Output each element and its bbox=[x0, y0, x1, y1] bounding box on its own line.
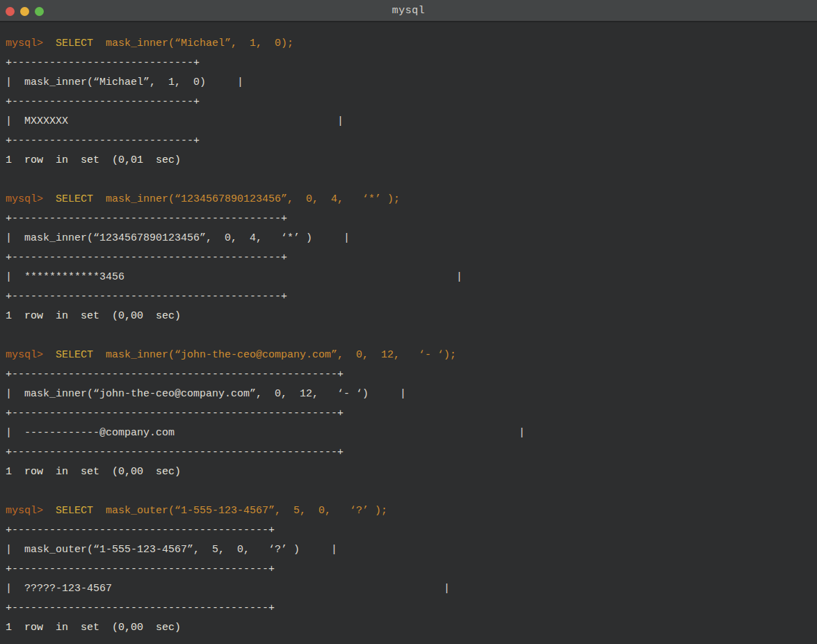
table-header-row: | mask_inner(“1234567890123456”, 0, 4, ‘… bbox=[6, 229, 813, 248]
table-result-row: | ?????-123-4567 | bbox=[6, 579, 813, 599]
table-header-row: | mask_outer(“1-555-123-4567”, 5, 0, ‘?’… bbox=[6, 540, 813, 560]
table-bottom-border: +---------------------------------------… bbox=[6, 443, 813, 462]
result-status-line: 1 row in set (0,00 sec) bbox=[6, 462, 813, 482]
query-block: mysql> SELECT mask_outer(“1-555-123-4567… bbox=[6, 501, 813, 638]
table-header-row: | mask_inner(“john-the-ceo@company.com”,… bbox=[6, 385, 813, 404]
table-top-border: +---------------------------------------… bbox=[6, 521, 813, 540]
mysql-prompt: mysql> bbox=[6, 193, 43, 205]
query-block: mysql> SELECT mask_inner(“12345678901234… bbox=[6, 190, 813, 326]
close-button[interactable] bbox=[6, 7, 15, 16]
table-separator-border: +-----------------------------+ bbox=[6, 92, 813, 112]
sql-query-text: mask_outer(“1-555-123-4567”, 5, 0, ‘?’ )… bbox=[93, 505, 387, 517]
sql-query-text: mask_inner(“Michael”, 1, 0); bbox=[93, 38, 293, 49]
terminal-window: mysql mysql> SELECT mask_inner(“Michael”… bbox=[0, 0, 817, 644]
table-header-row: | mask_inner(“Michael”, 1, 0) | bbox=[6, 73, 813, 92]
zoom-button[interactable] bbox=[35, 7, 44, 16]
sql-query-text: mask_inner(“1234567890123456”, 0, 4, ‘*’… bbox=[93, 193, 400, 205]
table-bottom-border: +-----------------------------+ bbox=[6, 131, 813, 151]
minimize-button[interactable] bbox=[20, 7, 29, 16]
query-line: mysql> SELECT mask_outer(“1-555-123-4567… bbox=[6, 501, 813, 521]
sql-query-text: mask_inner(“john-the-ceo@company.com”, 0… bbox=[93, 349, 456, 361]
window-title: mysql bbox=[392, 5, 426, 17]
sql-keyword: SELECT bbox=[43, 193, 93, 205]
result-status-line: 1 row in set (0,01 sec) bbox=[6, 151, 813, 170]
traffic-lights bbox=[6, 0, 44, 22]
mysql-prompt: mysql> bbox=[6, 505, 43, 517]
mysql-prompt: mysql> bbox=[6, 349, 43, 361]
sql-keyword: SELECT bbox=[43, 38, 93, 49]
table-top-border: +---------------------------------------… bbox=[6, 365, 813, 385]
query-line: mysql> SELECT mask_inner(“Michael”, 1, 0… bbox=[6, 34, 813, 54]
query-block: mysql> SELECT mask_inner(“Michael”, 1, 0… bbox=[6, 34, 813, 170]
sql-keyword: SELECT bbox=[43, 349, 93, 361]
query-line: mysql> SELECT mask_inner(“john-the-ceo@c… bbox=[6, 346, 813, 365]
table-separator-border: +---------------------------------------… bbox=[6, 560, 813, 579]
table-bottom-border: +---------------------------------------… bbox=[6, 599, 813, 618]
result-status-line: 1 row in set (0,00 sec) bbox=[6, 618, 813, 638]
query-line: mysql> SELECT mask_inner(“12345678901234… bbox=[6, 190, 813, 209]
table-bottom-border: +---------------------------------------… bbox=[6, 287, 813, 307]
terminal-output: mysql> SELECT mask_inner(“Michael”, 1, 0… bbox=[0, 22, 817, 644]
result-status-line: 1 row in set (0,00 sec) bbox=[6, 307, 813, 326]
query-block: mysql> SELECT mask_inner(“john-the-ceo@c… bbox=[6, 346, 813, 482]
titlebar: mysql bbox=[0, 0, 817, 22]
table-result-row: | ************3456 | bbox=[6, 268, 813, 287]
sql-keyword: SELECT bbox=[43, 505, 93, 517]
table-separator-border: +---------------------------------------… bbox=[6, 404, 813, 424]
table-result-row: | MXXXXXX | bbox=[6, 112, 813, 131]
table-separator-border: +---------------------------------------… bbox=[6, 248, 813, 268]
table-top-border: +---------------------------------------… bbox=[6, 209, 813, 229]
table-result-row: | ------------@company.com | bbox=[6, 424, 813, 443]
mysql-prompt: mysql> bbox=[6, 38, 43, 49]
table-top-border: +-----------------------------+ bbox=[6, 54, 813, 73]
